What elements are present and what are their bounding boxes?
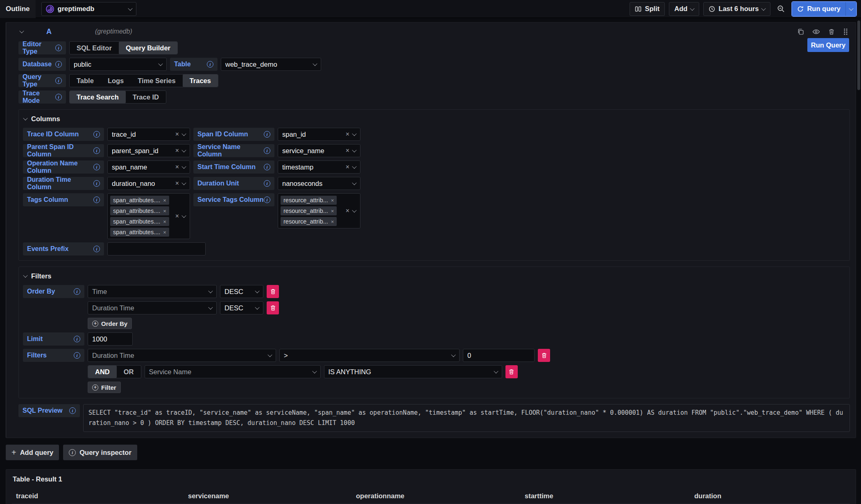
limit-input[interactable]: 1000 (88, 332, 133, 346)
info-icon[interactable] (55, 45, 62, 51)
remove-chip-icon[interactable]: × (163, 198, 166, 203)
parent-span-id-column-select[interactable]: parent_span_id × (107, 144, 190, 157)
collapse-query-chevron-icon[interactable] (19, 29, 24, 33)
clear-all-icon[interactable]: × (175, 213, 179, 219)
filter-value-input[interactable]: 0 (463, 349, 535, 362)
tags-column-multiselect[interactable]: span_attributes.... × span_attributes...… (107, 193, 190, 239)
info-icon[interactable] (93, 131, 100, 138)
run-query-button[interactable]: Run query (792, 2, 845, 16)
remove-filter-button[interactable] (505, 365, 518, 378)
column-header-starttime[interactable]: starttime (521, 489, 690, 504)
remove-filter-button[interactable] (538, 349, 550, 362)
duration-unit-select[interactable]: nanoseconds (278, 177, 360, 190)
datasource-picker[interactable]: greptimedb (41, 2, 136, 16)
info-icon[interactable] (74, 336, 80, 342)
column-header-duration[interactable]: duration (690, 489, 850, 504)
zoom-out-button[interactable] (775, 2, 787, 16)
table-select[interactable]: web_trace_demo (221, 58, 321, 71)
segment-or[interactable]: OR (117, 366, 141, 378)
segment-time-series[interactable]: Time Series (131, 75, 182, 87)
column-header-servicename[interactable]: servicename (184, 489, 352, 504)
scrollbar-thumb[interactable] (857, 20, 860, 90)
column-header-operationname[interactable]: operationname (352, 489, 521, 504)
segment-table[interactable]: Table (70, 75, 101, 87)
operation-name-column-select[interactable]: span_name × (107, 160, 190, 174)
remove-order-by-button[interactable] (267, 285, 279, 298)
split-button[interactable]: Split (630, 2, 665, 16)
info-icon[interactable] (74, 352, 80, 359)
info-icon[interactable] (55, 61, 62, 68)
trace-id-column-select[interactable]: trace_id × (107, 128, 190, 141)
clear-all-icon[interactable]: × (346, 208, 349, 214)
remove-order-by-button[interactable] (267, 301, 279, 314)
segment-and[interactable]: AND (88, 366, 117, 378)
remove-chip-icon[interactable]: × (163, 208, 166, 214)
info-icon[interactable] (93, 164, 100, 170)
info-icon[interactable] (55, 77, 62, 84)
info-icon[interactable] (264, 147, 270, 154)
segment-query-builder[interactable]: Query Builder (119, 42, 177, 54)
service-tags-column-multiselect[interactable]: resource_attrib... × resource_attrib... … (278, 193, 360, 228)
info-icon[interactable] (264, 164, 270, 170)
order-by-field-select[interactable]: Duration Time (88, 301, 217, 314)
clear-icon[interactable]: × (175, 164, 179, 170)
events-prefix-input[interactable] (107, 242, 206, 255)
span-id-column-select[interactable]: span_id × (278, 128, 360, 141)
info-icon[interactable] (55, 94, 62, 100)
toggle-visibility-eye-icon[interactable] (812, 28, 820, 35)
remove-chip-icon[interactable]: × (331, 198, 334, 203)
remove-chip-icon[interactable]: × (163, 219, 166, 224)
info-icon[interactable] (74, 288, 80, 295)
service-name-column-select[interactable]: service_name × (278, 144, 360, 157)
info-icon[interactable] (93, 246, 100, 252)
filter-operator-select[interactable]: > (279, 349, 460, 362)
clear-icon[interactable]: × (175, 131, 179, 138)
clear-icon[interactable]: × (175, 147, 179, 154)
columns-section-header[interactable]: Columns (23, 113, 845, 124)
segment-traces[interactable]: Traces (183, 75, 218, 87)
outline-button[interactable]: Outline (0, 0, 36, 18)
info-icon[interactable] (93, 180, 100, 187)
info-icon[interactable] (207, 61, 213, 68)
filter-operator-select[interactable]: IS ANYTHING (324, 365, 502, 378)
add-dropdown[interactable]: Add (669, 2, 699, 16)
add-filter-button[interactable]: Filter (88, 382, 121, 393)
info-icon[interactable] (69, 407, 76, 414)
clear-icon[interactable]: × (175, 180, 179, 187)
segment-logs[interactable]: Logs (101, 75, 131, 87)
remove-chip-icon[interactable]: × (331, 219, 334, 224)
query-ref-id[interactable]: A (46, 27, 52, 36)
order-by-field-select[interactable]: Time (88, 285, 217, 298)
duplicate-query-icon[interactable] (797, 28, 804, 35)
info-icon[interactable] (264, 131, 270, 138)
segment-trace-id[interactable]: Trace ID (126, 91, 166, 103)
add-query-button[interactable]: + Add query (6, 445, 59, 460)
order-by-direction-select[interactable]: DESC (220, 301, 263, 314)
remove-chip-icon[interactable]: × (163, 230, 166, 235)
column-header-traceid[interactable]: traceid (12, 489, 184, 504)
clear-icon[interactable]: × (346, 147, 349, 154)
delete-query-icon[interactable] (828, 28, 835, 35)
start-time-column-select[interactable]: timestamp × (278, 160, 360, 174)
drag-handle-grip-icon[interactable] (843, 28, 848, 35)
info-icon[interactable] (93, 197, 100, 203)
filters-section-header[interactable]: Filters (23, 270, 845, 282)
duration-time-column-select[interactable]: duration_nano × (107, 177, 190, 190)
run-query-options-caret[interactable] (845, 2, 856, 16)
database-select[interactable]: public (69, 58, 167, 71)
info-icon[interactable] (264, 180, 270, 187)
filter-field-select[interactable]: Duration Time (88, 349, 276, 362)
query-inspector-button[interactable]: Query inspector (63, 445, 137, 460)
add-order-by-button[interactable]: Order By (88, 318, 132, 329)
run-query-button-inline[interactable]: Run Query (807, 38, 849, 52)
clear-icon[interactable]: × (346, 131, 349, 138)
info-icon[interactable] (264, 197, 270, 203)
filter-field-select[interactable]: Service Name (145, 365, 321, 378)
clear-icon[interactable]: × (346, 164, 349, 170)
segment-trace-search[interactable]: Trace Search (70, 91, 126, 103)
time-range-picker[interactable]: Last 6 hours (703, 2, 770, 16)
segment-sql-editor[interactable]: SQL Editor (70, 42, 119, 54)
order-by-direction-select[interactable]: DESC (220, 285, 263, 298)
info-icon[interactable] (93, 147, 100, 154)
remove-chip-icon[interactable]: × (331, 208, 334, 214)
